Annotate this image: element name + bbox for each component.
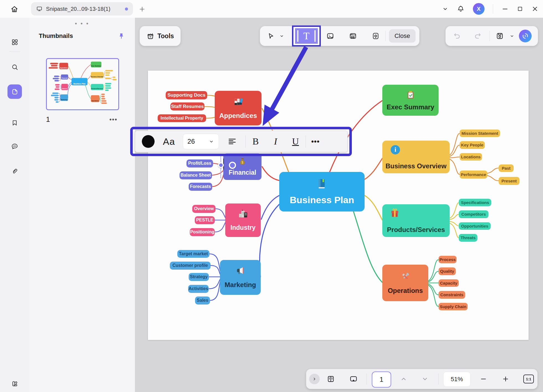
more-format-options-button[interactable]: ••• — [306, 137, 325, 146]
mindmap-node-mission-statement[interactable]: Mission Statement — [460, 130, 500, 137]
mindmap-node-pestle[interactable]: PESTLE — [195, 216, 215, 224]
font-family-button[interactable]: Aa — [163, 136, 175, 147]
mindmap-node-specifications[interactable]: Specifications — [459, 199, 491, 206]
selection-handle-left[interactable] — [218, 162, 224, 168]
maximize-button[interactable] — [517, 6, 523, 12]
mindmap-node-intellectual-property[interactable]: Intellectual Property — [158, 114, 206, 122]
new-tab-button[interactable] — [138, 5, 146, 13]
ai-assistant-button[interactable] — [519, 30, 532, 42]
mindmap-node-staff-resumes[interactable]: Staff Resumes — [170, 102, 204, 110]
page-icon — [11, 88, 19, 96]
document-page[interactable]: Business PlanAppendicesSupporting DocsSt… — [148, 71, 529, 340]
minimize-button[interactable] — [501, 5, 509, 12]
zoom-in-button[interactable] — [500, 369, 511, 389]
mindmap-node-past[interactable]: Past — [499, 164, 514, 172]
mindmap-node-competitors[interactable]: Competitors — [459, 210, 488, 218]
bold-button[interactable]: B — [246, 136, 266, 147]
pin-panel-icon[interactable] — [118, 32, 125, 40]
mindmap-node-key-people[interactable]: Key People — [460, 141, 485, 149]
mindmap-node-supply-chain[interactable]: Supply Chain — [439, 303, 468, 310]
previous-page-button[interactable] — [398, 369, 409, 389]
mindmap-node-quality[interactable]: Quality — [439, 267, 456, 275]
italic-button[interactable]: I — [266, 136, 286, 147]
mindmap-node-activities[interactable]: Activities — [188, 285, 209, 293]
node-label: Customer profile — [172, 263, 208, 268]
next-page-button[interactable] — [419, 369, 431, 389]
zoom-out-button[interactable] — [478, 369, 489, 389]
mindmap-node-performance[interactable]: Performance — [460, 171, 487, 179]
mindmap-node-profit-loss[interactable]: Profit/Loss — [186, 159, 213, 167]
mindmap-node-forecasts[interactable]: Forecasts — [189, 183, 212, 191]
node-label: Capacity — [440, 281, 457, 285]
page-thumbnail-1[interactable]: Business PlanAppendicesFinancialIndustry… — [46, 58, 119, 110]
mindmap-node-positioning[interactable]: Positioning — [190, 228, 215, 236]
location-tool-button[interactable] — [369, 26, 383, 46]
sidebar-item-swatches[interactable] — [7, 376, 22, 391]
select-tool-dropdown[interactable] — [277, 26, 286, 46]
mindmap-node-sales[interactable]: Sales — [195, 296, 210, 305]
tools-button[interactable]: Tools — [140, 26, 181, 46]
font-color-button[interactable] — [142, 135, 155, 148]
mindmap-node-operations[interactable]: Operations — [382, 265, 428, 301]
mindmap-node-supporting-docs[interactable]: Supporting Docs — [166, 91, 207, 99]
mindmap-node-exec-summary[interactable]: Exec Summary — [382, 85, 439, 116]
mindmap-node-business-overview[interactable]: iBusiness Overview — [382, 141, 450, 173]
redo-button[interactable] — [471, 26, 484, 46]
image-tool-button[interactable] — [323, 26, 337, 46]
sidebar-item-attachments[interactable] — [7, 164, 22, 178]
sidebar-item-bookmarks[interactable] — [7, 116, 22, 130]
mindmap-node-products-services[interactable]: Products/Services — [382, 204, 450, 237]
chevron-down-icon — [509, 33, 514, 38]
mindmap-node-industry[interactable]: Industry — [225, 203, 261, 237]
chevron-down-icon[interactable] — [442, 6, 449, 12]
mindmap-node-opportunities[interactable]: Opportunities — [459, 222, 491, 230]
mindmap-node-constraints[interactable]: Constraints — [439, 291, 465, 299]
mindmap-node-balance-sheet[interactable]: Balance Sheet — [180, 171, 212, 179]
save-dropdown[interactable] — [507, 26, 517, 46]
user-avatar[interactable]: X — [473, 3, 485, 15]
thumbnail-minimap: Business PlanAppendicesFinancialIndustry… — [47, 59, 118, 109]
tools-label: Tools — [157, 32, 174, 40]
sidebar-item-comments[interactable] — [7, 139, 22, 154]
mindmap-node-process[interactable]: Process — [439, 256, 457, 263]
align-button[interactable] — [219, 137, 245, 146]
mindmap-node-capacity[interactable]: Capacity — [439, 279, 459, 287]
thumbnail-more-button[interactable]: ••• — [109, 116, 117, 123]
mindmap-node-business-plan[interactable]: Business Plan — [279, 172, 365, 212]
panel-grip-handle[interactable]: • • • — [29, 20, 135, 27]
chevron-up-icon — [400, 376, 407, 382]
search-button[interactable] — [7, 60, 22, 74]
page-layout-button[interactable] — [324, 369, 337, 389]
link-tool-button[interactable] — [346, 26, 360, 46]
mindmap-node-locations[interactable]: Locations — [460, 153, 482, 161]
zoom-level-display[interactable]: 51% — [443, 372, 470, 387]
mindmap-node-target-market[interactable]: Target market — [177, 250, 209, 258]
mindmap-node-overview[interactable]: Overview — [192, 205, 216, 213]
mindmap-node-appendices[interactable]: Appendices — [215, 91, 262, 125]
home-button[interactable] — [8, 4, 21, 15]
underline-button[interactable]: U — [286, 136, 306, 147]
node-label: Operations — [388, 287, 423, 294]
document-tab[interactable]: Snipaste_20...09-13-18(1) — [31, 2, 133, 16]
close-window-button[interactable] — [531, 5, 539, 12]
notifications-bell-icon[interactable] — [457, 5, 465, 13]
page-number-input[interactable]: 1 — [372, 372, 391, 388]
expand-bar-button[interactable] — [309, 369, 320, 389]
app-grid-menu-button[interactable] — [7, 35, 22, 49]
font-size-select[interactable]: 26 — [183, 134, 219, 149]
save-button[interactable] — [493, 26, 506, 46]
select-tool-button[interactable] — [265, 26, 277, 46]
mindmap-node-present[interactable]: Present — [499, 177, 519, 185]
mindmap-node-customer-profile[interactable]: Customer profile — [170, 262, 211, 270]
actual-size-button[interactable]: 1:1 — [522, 369, 536, 389]
mindmap-node-threats[interactable]: Threats — [459, 234, 477, 242]
presentation-button[interactable] — [347, 369, 360, 389]
sidebar-item-thumbnails[interactable] — [7, 84, 22, 99]
node-label: Opportunities — [461, 224, 488, 228]
text-tool-button[interactable]: T — [295, 28, 318, 44]
mindmap-node-strategy[interactable]: Strategy — [189, 273, 209, 281]
undo-button[interactable] — [451, 26, 463, 46]
close-edit-button[interactable]: Close — [389, 29, 416, 43]
mindmap-node-marketing[interactable]: Marketing — [220, 260, 261, 295]
selection-handle-right[interactable] — [229, 162, 236, 169]
